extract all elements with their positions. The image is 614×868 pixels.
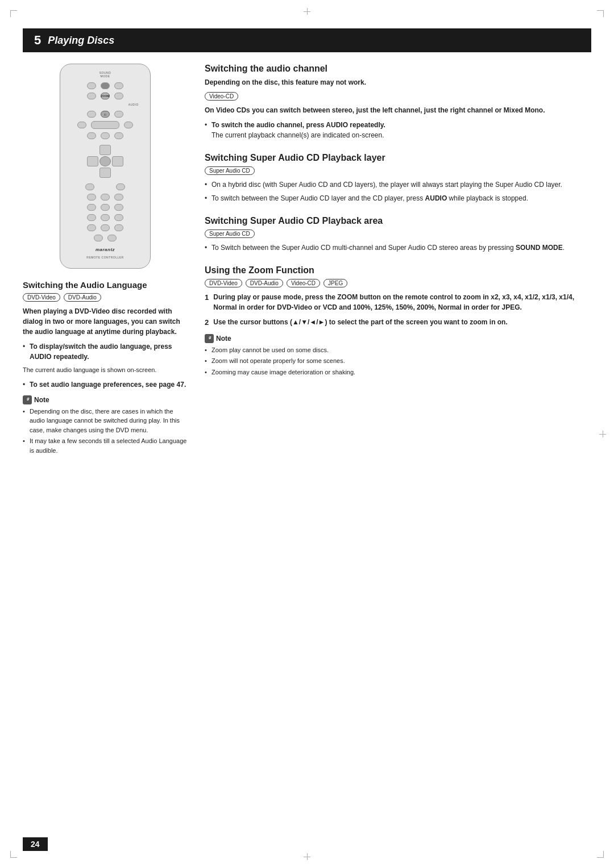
remote-sound-mode-label: SOUNDMODE	[99, 71, 111, 78]
remote-illustration: SOUNDMODE ZOOM AUDIO (()	[23, 64, 188, 269]
dpad-bl	[87, 168, 98, 178]
remote-btn-22	[101, 214, 110, 221]
remote-row-audio: (()	[66, 111, 144, 118]
remote-btn-26	[114, 224, 123, 231]
right-column: Switching the audio channel Depending on…	[205, 64, 591, 468]
dpad-up	[99, 145, 111, 155]
audio-language-sub-text: The current audio language is shown on-s…	[23, 365, 188, 375]
remote-control: SOUNDMODE ZOOM AUDIO (()	[60, 64, 151, 269]
remote-audio-btn: (()	[101, 111, 110, 118]
audio-language-section: Switching the Audio Language DVD-Video D…	[23, 280, 188, 455]
dpad-br	[112, 168, 123, 178]
remote-btn-28	[107, 235, 117, 241]
dpad-down	[99, 168, 111, 178]
corner-mark-br	[597, 851, 604, 858]
remote-row-7	[66, 204, 144, 211]
remote-btn-9	[124, 122, 133, 128]
badge-dvd-video: DVD-Video	[23, 293, 60, 302]
audio-channel-intro2: On Video CDs you can switch between ster…	[205, 105, 591, 115]
badge-dvd-video-zoom: DVD-Video	[205, 279, 242, 287]
remote-row-9	[66, 224, 144, 231]
chapter-title: Playing Discs	[48, 35, 114, 47]
left-column: SOUNDMODE ZOOM AUDIO (()	[23, 64, 188, 468]
audio-channel-bullet-1: To switch the audio channel, press AUDIO…	[205, 120, 591, 140]
super-audio-layer-bullet-1: On a hybrid disc (with Super Audio CD an…	[205, 180, 591, 190]
dpad-tl	[87, 145, 98, 155]
remote-brand-name: marantz	[96, 247, 115, 252]
audio-channel-badges: Video-CD	[205, 92, 591, 101]
zoom-note-bullet-3: Zooming may cause image deterioration or…	[205, 368, 591, 377]
remote-btn-long	[91, 121, 119, 129]
audio-language-title: Switching the Audio Language	[23, 280, 188, 290]
audio-language-intro: When playing a DVD-Video disc recorded w…	[23, 306, 188, 337]
remote-zoom-btn: ZOOM	[101, 93, 110, 99]
remote-btn-20	[114, 204, 123, 211]
zoom-step-1-num: 1	[205, 292, 209, 312]
super-audio-layer-title: Switching Super Audio CD Playback layer	[205, 153, 591, 163]
zoom-step-2: 2 Use the cursor buttons (▲/▼/◄/►) to se…	[205, 317, 591, 328]
badge-dvd-audio-zoom: DVD-Audio	[246, 279, 283, 287]
corner-mark-bl	[10, 851, 17, 858]
badge-jpeg-zoom: JPEG	[323, 279, 347, 287]
remote-dpad	[87, 145, 123, 178]
remote-btn-19	[101, 204, 110, 211]
remote-row-3	[66, 121, 144, 129]
remote-btn-2	[101, 82, 110, 89]
zoom-step-1: 1 During play or pause mode, press the Z…	[205, 292, 591, 312]
super-audio-area-section: Switching Super Audio CD Playback area S…	[205, 216, 591, 253]
remote-btn-5	[114, 93, 123, 99]
zoom-note: ᵍ Note Zoom play cannot be used on some …	[205, 334, 591, 377]
remote-row-zoom: ZOOM	[66, 93, 144, 99]
chapter-number: 5	[34, 33, 41, 48]
zoom-note-bullet-2: Zoom will not operate properly for some …	[205, 356, 591, 366]
remote-btn-21	[87, 214, 96, 221]
note-bullet-2: It may take a few seconds till a selecte…	[23, 436, 188, 455]
remote-row-4	[66, 132, 144, 139]
audio-channel-bullet-1-normal: The current playback channel(s) are indi…	[211, 131, 384, 139]
remote-btn-27	[94, 235, 103, 241]
chapter-header: 5 Playing Discs	[23, 28, 591, 52]
dpad-center	[99, 156, 111, 166]
super-audio-area-title: Switching Super Audio CD Playback area	[205, 216, 591, 226]
audio-language-badges: DVD-Video DVD-Audio	[23, 293, 188, 302]
remote-btn-13	[85, 183, 94, 190]
remote-btn-1	[87, 82, 96, 89]
note-bullet-1: Depending on the disc, there are cases i…	[23, 407, 188, 435]
main-content: SOUNDMODE ZOOM AUDIO (()	[23, 64, 591, 468]
remote-btn-7	[114, 111, 123, 118]
remote-brand-sub: REMOTE CONTROLLER	[86, 256, 123, 259]
remote-btn-10	[87, 132, 96, 139]
remote-btn-6	[87, 111, 96, 118]
audio-channel-bullet-1-bold: To switch the audio channel, press AUDIO…	[211, 121, 385, 129]
super-audio-layer-section: Switching Super Audio CD Playback layer …	[205, 153, 591, 203]
crosshair-bottom	[304, 853, 310, 860]
remote-audio-label: AUDIO	[128, 103, 139, 106]
zoom-step-2-num: 2	[205, 317, 209, 328]
audio-channel-section: Switching the audio channel Depending on…	[205, 64, 591, 140]
remote-btn-16	[101, 194, 110, 201]
note-title-1: ᵍ Note	[23, 395, 188, 404]
badge-super-audio-cd-1: Super Audio CD	[205, 166, 255, 175]
badge-dvd-audio: DVD-Audio	[64, 293, 101, 302]
remote-btn-23	[114, 214, 123, 221]
zoom-note-title: ᵍ Note	[205, 334, 591, 343]
crosshair-right	[599, 431, 606, 437]
remote-btn-24	[87, 224, 96, 231]
remote-btn-25	[101, 224, 110, 231]
remote-btn-17	[114, 194, 123, 201]
zoom-function-badges: DVD-Video DVD-Audio Video-CD JPEG	[205, 279, 591, 287]
remote-row-6	[66, 194, 144, 201]
badge-video-cd-1: Video-CD	[205, 92, 238, 101]
note-icon-1: ᵍ	[23, 395, 32, 404]
page-number: 24	[23, 837, 48, 851]
audio-language-bullet-2: To set audio language preferences, see p…	[23, 379, 188, 390]
dpad-left	[87, 156, 98, 166]
super-audio-area-bullet-1: To Switch between the Super Audio CD mul…	[205, 243, 591, 253]
audio-channel-intro-bold: Depending on the disc, this feature may …	[205, 77, 591, 87]
zoom-note-bullet-1: Zoom play cannot be used on some discs.	[205, 345, 591, 355]
badge-super-audio-cd-2: Super Audio CD	[205, 229, 255, 238]
zoom-note-icon: ᵍ	[205, 334, 214, 343]
remote-row-10	[66, 235, 144, 241]
badge-video-cd-zoom: Video-CD	[287, 279, 320, 287]
super-audio-layer-badges: Super Audio CD	[205, 166, 591, 175]
